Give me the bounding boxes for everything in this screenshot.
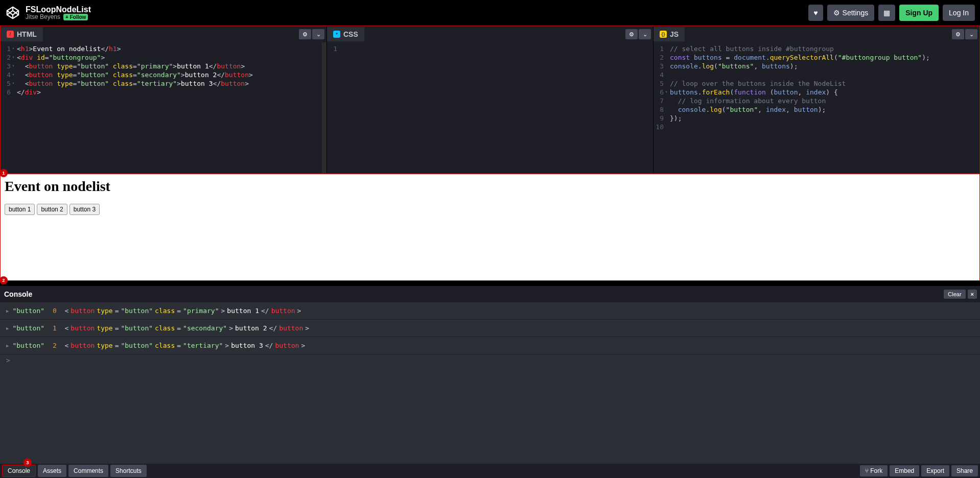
js-tab[interactable]: {} JS <box>654 27 685 41</box>
console-body[interactable]: ▶ "button" 0 <button type="button" class… <box>0 302 980 464</box>
author-name[interactable]: Jitse Beyens <box>26 14 60 20</box>
gear-icon: ⚙ <box>629 31 634 38</box>
login-button[interactable]: Log In <box>943 5 975 21</box>
js-pane-header: {} JS ⚙ ⌄ <box>654 26 979 42</box>
css-editor-pane: * CSS ⚙ ⌄ 1 <box>327 26 654 173</box>
chevron-down-icon: ⌄ <box>969 31 974 38</box>
preview-button-group: button 1 button 2 button 3 <box>5 204 975 215</box>
js-editor-pane: {} JS ⚙ ⌄ 12345678910 // select all butt… <box>654 26 979 173</box>
header-right: ♥ ⚙Settings ▦ Sign Up Log In <box>808 5 975 21</box>
footer-fork-button[interactable]: ⑂ Fork <box>860 465 888 476</box>
expand-caret-icon[interactable]: ▶ <box>6 308 9 314</box>
css-tab[interactable]: * CSS <box>327 27 364 41</box>
expand-caret-icon[interactable]: ▶ <box>6 343 9 348</box>
signup-button[interactable]: Sign Up <box>899 5 939 21</box>
console-title: Console <box>4 290 32 298</box>
editors-row: 1 / HTML ⚙ ⌄ 123456 <h1>Event on nodelis… <box>0 26 980 174</box>
header: FSLoopNodeList Jitse Beyens + Follow ♥ ⚙… <box>0 0 980 26</box>
footer-embed-button[interactable]: Embed <box>890 465 919 476</box>
expand-caret-icon[interactable]: ▶ <box>6 326 9 331</box>
title-block: FSLoopNodeList Jitse Beyens + Follow <box>26 5 91 21</box>
js-code-editor[interactable]: 12345678910 // select all buttons inside… <box>654 42 979 173</box>
pen-title[interactable]: FSLoopNodeList <box>26 5 91 14</box>
html-tab[interactable]: / HTML <box>1 27 43 41</box>
chevron-down-icon: ⌄ <box>643 31 647 38</box>
js-settings-button[interactable]: ⚙ <box>952 29 964 39</box>
annotation-marker-3: 3 <box>24 459 32 467</box>
html-editor-pane: / HTML ⚙ ⌄ 123456 <h1>Event on nodelist<… <box>1 26 327 173</box>
follow-button[interactable]: + Follow <box>63 14 88 20</box>
footer-export-button[interactable]: Export <box>921 465 949 476</box>
html-icon: / <box>7 31 14 38</box>
settings-label: Settings <box>843 9 869 17</box>
js-chevron-button[interactable]: ⌄ <box>965 29 977 39</box>
css-icon: * <box>333 31 340 38</box>
console-header: Console Clear × <box>0 286 980 302</box>
fork-label: Fork <box>870 467 882 474</box>
chevron-down-icon: ⌄ <box>316 31 321 38</box>
html-chevron-button[interactable]: ⌄ <box>312 29 324 39</box>
css-chevron-button[interactable]: ⌄ <box>639 29 651 39</box>
css-code[interactable] <box>340 42 653 173</box>
header-left: FSLoopNodeList Jitse Beyens + Follow <box>5 5 91 21</box>
footer-console-button[interactable]: Console <box>2 465 36 477</box>
html-code[interactable]: <h1>Event on nodelist</h1> <div id="butt… <box>14 42 326 173</box>
gear-icon: ⚙ <box>833 9 840 17</box>
console-row: ▶ "button" 1 <button type="button" class… <box>0 320 980 337</box>
html-label: HTML <box>17 30 37 38</box>
settings-button[interactable]: ⚙Settings <box>827 5 875 21</box>
css-label: CSS <box>343 30 358 38</box>
js-gutter: 12345678910 <box>654 42 667 173</box>
heart-icon: ♥ <box>813 9 818 17</box>
js-code[interactable]: // select all buttons inside #buttongrou… <box>667 42 979 173</box>
preview-pane: 2 Event on nodelist button 1 button 2 bu… <box>0 174 980 281</box>
footer: 3 Console Assets Comments Shortcuts ⑂ Fo… <box>0 464 980 478</box>
fork-icon: ⑂ <box>865 467 869 474</box>
html-gutter: 123456 <box>1 42 14 173</box>
css-code-editor[interactable]: 1 <box>327 42 653 173</box>
console-prompt[interactable]: > <box>0 354 980 366</box>
heart-button[interactable]: ♥ <box>808 5 823 21</box>
console-clear-button[interactable]: Clear <box>944 290 965 299</box>
gear-icon: ⚙ <box>302 31 308 38</box>
css-settings-button[interactable]: ⚙ <box>625 29 638 39</box>
preview-button-3[interactable]: button 3 <box>69 204 100 215</box>
preview-button-1[interactable]: button 1 <box>5 204 35 215</box>
divider <box>0 281 980 286</box>
console-close-button[interactable]: × <box>968 290 977 299</box>
footer-comments-button[interactable]: Comments <box>68 465 108 477</box>
footer-share-button[interactable]: Share <box>951 465 978 476</box>
html-code-editor[interactable]: 123456 <h1>Event on nodelist</h1> <div i… <box>1 42 326 173</box>
css-gutter: 1 <box>327 42 340 173</box>
grid-icon: ▦ <box>883 9 890 17</box>
footer-shortcuts-button[interactable]: Shortcuts <box>110 465 147 477</box>
css-pane-header: * CSS ⚙ ⌄ <box>327 26 653 42</box>
preview-button-2[interactable]: button 2 <box>37 204 67 215</box>
layout-button[interactable]: ▦ <box>878 5 895 21</box>
preview-heading: Event on nodelist <box>5 178 975 195</box>
codepen-logo[interactable] <box>5 5 20 20</box>
html-scrollbar[interactable] <box>322 42 326 173</box>
js-label: JS <box>670 30 679 38</box>
js-icon: {} <box>660 31 667 38</box>
console-row: ▶ "button" 2 <button type="button" class… <box>0 337 980 354</box>
gear-icon: ⚙ <box>955 31 961 38</box>
footer-assets-button[interactable]: Assets <box>38 465 66 477</box>
console-row: ▶ "button" 0 <button type="button" class… <box>0 302 980 320</box>
html-settings-button[interactable]: ⚙ <box>299 29 311 39</box>
html-pane-header: / HTML ⚙ ⌄ <box>1 26 326 42</box>
